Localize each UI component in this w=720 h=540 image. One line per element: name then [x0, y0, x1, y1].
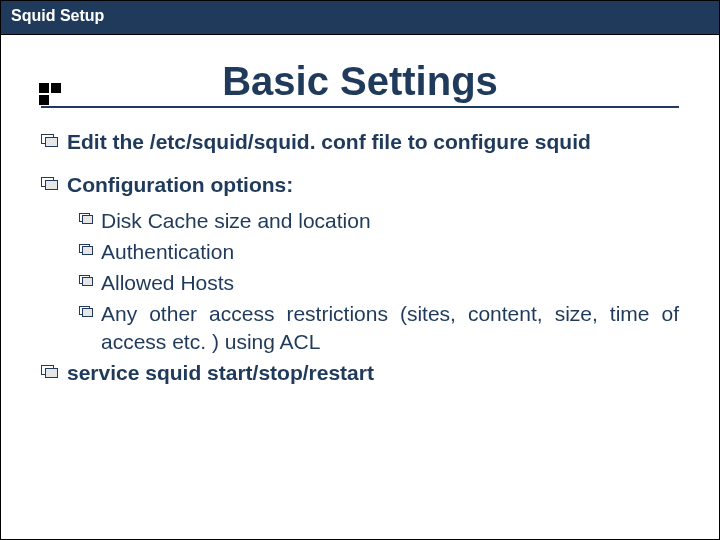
bullet-icon	[41, 365, 57, 377]
content-area: Edit the /etc/squid/squid. conf file to …	[41, 128, 679, 386]
bullet-icon	[41, 177, 57, 189]
sub-list-item-text: Disk Cache size and location	[101, 207, 679, 234]
sub-list-item: Any other access restrictions (sites, co…	[79, 300, 679, 355]
title-underline	[41, 106, 679, 108]
title-block: Basic Settings	[1, 59, 719, 108]
sub-list-item: Disk Cache size and location	[79, 207, 679, 234]
sub-list-item-text: Any other access restrictions (sites, co…	[101, 300, 679, 355]
sub-list-item: Authentication	[79, 238, 679, 265]
list-item: Configuration options:	[41, 171, 679, 198]
sub-list-item-text: Allowed Hosts	[101, 269, 679, 296]
list-item-text: Edit the /etc/squid/squid. conf file to …	[67, 128, 679, 155]
list-item-text: Configuration options:	[67, 171, 679, 198]
list-item: Edit the /etc/squid/squid. conf file to …	[41, 128, 679, 155]
bullet-icon	[41, 134, 57, 146]
bullet-icon	[79, 244, 93, 254]
header-title: Squid Setup	[11, 7, 104, 24]
list-item-text: service squid start/stop/restart	[67, 359, 679, 386]
list-item: service squid start/stop/restart	[41, 359, 679, 386]
bullet-icon	[79, 275, 93, 285]
bullet-icon	[79, 213, 93, 223]
header-bar: Squid Setup	[1, 1, 719, 35]
sub-list-item: Allowed Hosts	[79, 269, 679, 296]
bullet-icon	[79, 306, 93, 316]
page-title: Basic Settings	[222, 59, 498, 104]
slide: Squid Setup Basic Settings Edit the /etc…	[0, 0, 720, 540]
sub-list-item-text: Authentication	[101, 238, 679, 265]
